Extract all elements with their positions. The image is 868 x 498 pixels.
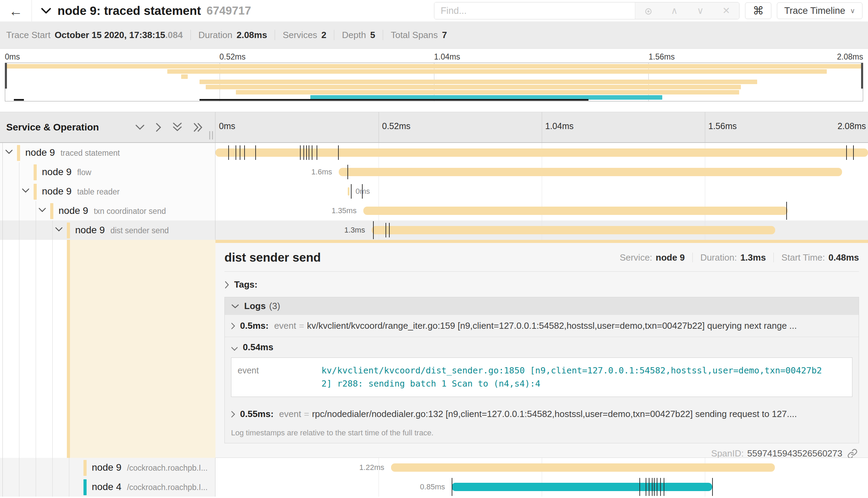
span-expand-chevron-icon[interactable] [5,150,13,156]
span-row-timeline[interactable]: 0ms [215,182,868,201]
log-timestamp: 0.5ms: [240,320,268,331]
indent-guide [69,458,69,477]
log-marker-tick [236,145,236,160]
span-row[interactable]: node 9traced statement [0,143,868,162]
divider [692,253,693,262]
span-row-name-column[interactable]: node 4/cockroach.roachpb.I... [0,477,215,497]
expand-one-icon[interactable] [156,122,162,133]
span-duration-label: 1.35ms [331,206,356,215]
timeline-gridline [379,477,379,497]
chevron-right-icon [231,321,235,332]
log-marker-tick [786,202,787,220]
chevron-down-icon [231,343,238,353]
header-controls: ∧ ∨ ✕ ⌘ Trace Timeline ∨ [434,2,862,19]
collapse-one-icon[interactable] [135,124,145,130]
log-entry[interactable]: 0.5ms: event = kv/kvclient/kvcoord/range… [225,315,859,337]
chevron-down-icon: ∨ [850,7,855,15]
span-expand-chevron-icon[interactable] [38,208,46,214]
logs-header[interactable]: Logs (3) [225,297,859,315]
minimap-canvas[interactable] [5,63,863,101]
log-marker-tick [228,145,229,160]
column-resizer-grip[interactable] [209,131,213,139]
span-duration-bar[interactable] [339,168,842,176]
span-color-bar [50,203,53,219]
span-service-name: node 9txn coordinator send [59,205,166,216]
span-duration-bar[interactable] [372,226,775,234]
span-row-name-column[interactable]: node 9table reader [0,182,215,201]
indent-guide [19,240,19,458]
span-expand-chevron-icon[interactable] [55,227,63,233]
collapse-all-icon[interactable] [172,122,183,133]
divider [383,30,383,40]
span-row-timeline[interactable]: 0.85ms [215,477,868,497]
keyboard-shortcuts-button[interactable]: ⌘ [745,2,771,19]
minimap-tick-label: 1.56ms [649,52,675,62]
span-service-name: node 9table reader [42,186,119,197]
selected-span-color-bar [67,240,70,458]
span-row-timeline[interactable]: 1.35ms [215,201,868,220]
span-row[interactable]: node 9/cockroach.roachpb.I...1.22ms [0,458,868,477]
span-detail-header: dist sender send Service: node 9 Duratio… [224,251,859,264]
minimap-tick-label: 0ms [5,52,20,62]
span-rows: node 9traced statementnode 9flow1.6msnod… [0,143,868,497]
span-row-name-column[interactable]: node 9traced statement [0,143,215,162]
span-duration-label: 0ms [355,187,370,196]
span-row[interactable]: node 9flow1.6ms [0,162,868,182]
indent-guide [36,477,36,497]
span-tags-row[interactable]: Tags: [224,279,859,290]
span-duration-label: 1.22ms [359,463,384,472]
prev-match-icon[interactable]: ∧ [664,3,685,19]
log-marker-tick [649,478,649,496]
duration-item: Duration 2.08ms [198,30,267,40]
expand-all-icon[interactable] [193,122,203,133]
log-field-key: event [279,409,301,419]
span-row[interactable]: node 9txn coordinator send1.35ms [0,201,868,220]
span-row-name-column[interactable]: node 9txn coordinator send [0,201,215,220]
log-marker-tick [317,145,317,160]
log-marker-tick [646,478,646,496]
span-service-name: node 9dist sender send [75,225,169,236]
span-row-timeline[interactable]: 1.3ms [215,220,868,240]
span-row-timeline[interactable] [215,143,868,162]
log-entry-header[interactable]: 0.54ms [231,342,852,353]
span-duration-bar[interactable] [391,463,775,472]
view-type-dropdown[interactable]: Trace Timeline ∨ [777,2,862,19]
log-entry[interactable]: 0.55ms: event = rpc/nodedialer/nodediale… [225,403,859,425]
log-marker-tick [303,145,304,160]
trace-summary-bar: Trace Start October 15 2020, 17:38:15.08… [0,21,868,49]
indent-guide [36,220,36,240]
minimap-span-bar [200,80,758,84]
log-marker-tick [244,145,245,160]
span-row-timeline[interactable]: 1.6ms [215,162,868,182]
span-duration-bar[interactable] [215,148,868,157]
span-row-timeline[interactable]: 1.22ms [215,458,868,477]
find-input[interactable] [434,2,635,19]
log-fields-table: event kv/kvclient/kvcoord/dist_sender.go… [231,357,852,397]
span-accent-bar[interactable] [215,240,868,243]
minimap-right-scrubber[interactable] [861,63,863,89]
span-row[interactable]: node 9table reader0ms [0,182,868,201]
log-marker-tick [306,145,307,160]
minimap-span-bar [5,64,863,69]
indent-guide [2,220,3,240]
span-duration-bar[interactable] [452,483,712,491]
clear-search-icon[interactable]: ✕ [716,3,737,19]
span-row-name-column[interactable]: node 9/cockroach.roachpb.I... [0,458,215,477]
trace-collapse-chevron-icon[interactable] [41,7,51,14]
trace-page-header: ← node 9: traced statement 6749717 ∧ ∨ ✕ [0,0,868,21]
span-expand-chevron-icon[interactable] [22,188,29,194]
indent-guide [2,477,3,497]
locate-icon[interactable] [638,3,659,19]
span-row[interactable]: node 9dist sender send1.3ms [0,220,868,240]
back-button[interactable]: ← [0,0,32,21]
span-duration-bar[interactable] [363,207,788,215]
span-row-name-column[interactable]: node 9dist sender send [0,220,215,240]
span-row-name-column[interactable]: node 9flow [0,162,215,182]
span-duration-bar[interactable] [348,187,349,196]
log-marker-tick [652,478,653,496]
minimap-left-scrubber[interactable] [5,63,7,89]
span-row[interactable]: node 4/cockroach.roachpb.I...0.85ms [0,477,868,497]
next-match-icon[interactable]: ∨ [690,3,711,19]
log-marker-tick [240,145,240,160]
link-icon[interactable] [847,449,858,459]
